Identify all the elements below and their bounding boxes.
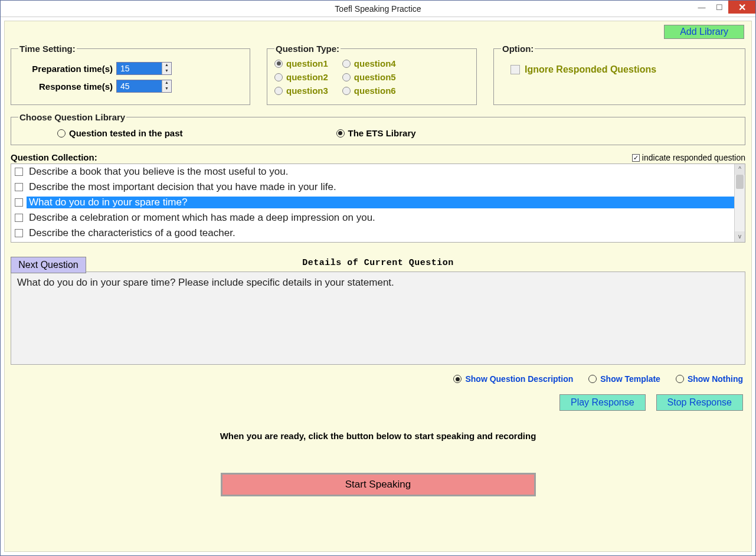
checkbox-icon[interactable]	[15, 214, 23, 222]
resp-time-input[interactable]	[117, 80, 162, 92]
question-listbox[interactable]: Describe a book that you believe is the …	[11, 163, 745, 243]
stop-response-button[interactable]: Stop Response	[656, 394, 743, 411]
details-textbox: What do you do in your spare time? Pleas…	[11, 272, 745, 365]
checkbox-icon	[510, 65, 520, 74]
question-type-legend: Question Type:	[274, 44, 341, 54]
add-library-button[interactable]: Add Library	[664, 25, 744, 39]
question-type-group: Question Type: question1 question2 quest…	[267, 44, 477, 105]
start-speaking-button[interactable]: Start Speaking	[221, 473, 536, 496]
radio-icon	[274, 87, 283, 95]
list-item[interactable]: Describe the most important decision tha…	[11, 179, 745, 195]
show-description-radio[interactable]: Show Question Description	[453, 374, 573, 384]
list-item[interactable]: Describe a celebration or moment which h…	[11, 210, 745, 225]
scroll-up-icon[interactable]: ^	[735, 164, 745, 175]
radio-icon	[274, 60, 283, 68]
scroll-down-icon[interactable]: v	[735, 231, 745, 242]
radio-icon	[57, 129, 66, 138]
time-setting-legend: Time Setting:	[18, 44, 77, 54]
radio-icon	[453, 375, 462, 383]
app-window: Toefl Speaking Practice — ☐ ✕ Add Librar…	[0, 0, 756, 556]
prep-time-label: Preparation time(s)	[18, 64, 113, 74]
prep-spin-up[interactable]: ▲	[162, 63, 171, 68]
content-area: Add Library Time Setting: Preparation ti…	[4, 21, 752, 552]
checkbox-icon[interactable]	[15, 183, 23, 191]
details-title: Details of Current Question	[11, 258, 745, 268]
qtype-radio-question6[interactable]: question6	[342, 86, 396, 96]
list-item[interactable]: Describe a book that you believe is the …	[11, 164, 745, 179]
list-item[interactable]: What do you do in your spare time?	[11, 195, 745, 210]
show-nothing-radio[interactable]: Show Nothing	[676, 374, 743, 384]
resp-time-spinner[interactable]: ▲▼	[116, 80, 172, 93]
qtype-radio-question3[interactable]: question3	[274, 86, 328, 96]
radio-icon	[274, 73, 283, 81]
radio-icon	[676, 375, 684, 383]
next-question-button[interactable]: Next Question	[11, 257, 86, 273]
library-radio-past[interactable]: Question tested in the past	[57, 128, 183, 138]
radio-icon	[342, 87, 351, 95]
minimize-button[interactable]: —	[693, 1, 711, 14]
library-radio-ets[interactable]: The ETS Library	[336, 128, 416, 138]
maximize-button[interactable]: ☐	[711, 1, 728, 14]
option-group: Option: Ignore Responded Questions	[493, 44, 745, 105]
prep-time-input[interactable]	[117, 63, 162, 74]
scroll-thumb[interactable]	[736, 175, 744, 189]
resp-spin-down[interactable]: ▼	[162, 86, 171, 92]
list-item[interactable]: Describe the characteristics of a good t…	[11, 225, 745, 241]
library-legend: Choose Question Library	[18, 112, 126, 122]
play-response-button[interactable]: Play Response	[559, 394, 646, 411]
library-group: Choose Question Library Question tested …	[11, 112, 745, 145]
window-controls: — ☐ ✕	[693, 1, 755, 14]
radio-icon	[342, 60, 351, 68]
window-title: Toefl Speaking Practice	[1, 4, 755, 14]
radio-icon	[342, 73, 351, 81]
titlebar: Toefl Speaking Practice — ☐ ✕	[1, 1, 755, 17]
show-template-radio[interactable]: Show Template	[588, 374, 660, 384]
indicate-responded-checkbox[interactable]: ✓ indicate responded question	[632, 153, 745, 162]
ignore-responded-checkbox-row[interactable]: Ignore Responded Questions	[510, 64, 738, 75]
prep-time-spinner[interactable]: ▲▼	[116, 62, 172, 75]
checkbox-icon: ✓	[632, 154, 640, 162]
qtype-radio-question4[interactable]: question4	[342, 58, 396, 68]
close-button[interactable]: ✕	[728, 1, 755, 14]
time-setting-group: Time Setting: Preparation time(s) ▲▼ Res…	[11, 44, 250, 105]
ready-message: When you are ready, click the button bel…	[11, 431, 745, 441]
checkbox-icon[interactable]	[15, 229, 23, 237]
collection-title: Question Collection:	[11, 152, 97, 162]
radio-icon	[588, 375, 597, 383]
option-legend: Option:	[501, 44, 535, 54]
indicate-responded-label: indicate responded question	[642, 153, 745, 162]
qtype-radio-question2[interactable]: question2	[274, 72, 328, 82]
resp-spin-up[interactable]: ▲	[162, 80, 171, 86]
qtype-radio-question1[interactable]: question1	[274, 58, 328, 68]
qtype-radio-question5[interactable]: question5	[342, 72, 396, 82]
ignore-responded-label: Ignore Responded Questions	[525, 64, 656, 75]
checkbox-icon[interactable]	[15, 198, 23, 207]
radio-icon	[336, 129, 345, 138]
resp-time-label: Response time(s)	[18, 81, 113, 91]
checkbox-icon[interactable]	[15, 168, 23, 176]
prep-spin-down[interactable]: ▼	[162, 68, 171, 74]
scrollbar[interactable]: ^ v	[734, 164, 745, 242]
